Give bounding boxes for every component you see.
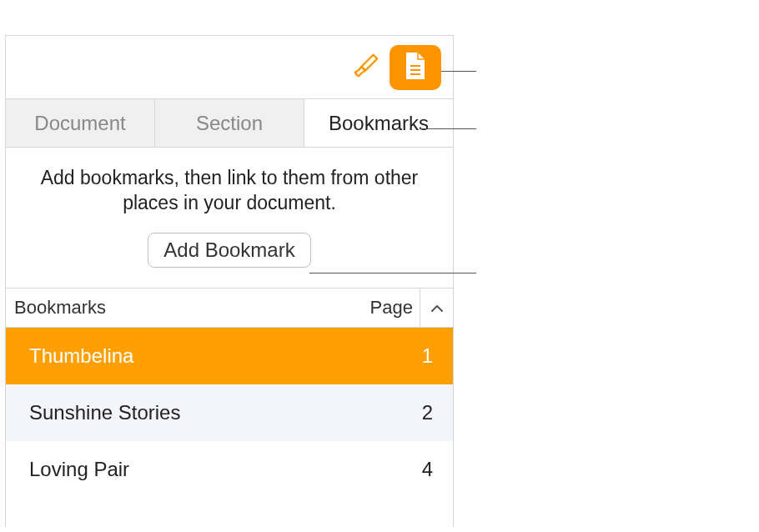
bookmark-page: 1	[408, 344, 433, 368]
format-button[interactable]	[351, 53, 381, 83]
bookmark-page: 4	[408, 458, 433, 481]
tab-bar: Document Section Bookmarks	[6, 99, 453, 148]
bookmark-page: 2	[408, 401, 433, 424]
document-button[interactable]	[390, 45, 441, 90]
toolbar	[6, 36, 453, 99]
tab-bookmarks[interactable]: Bookmarks	[304, 99, 453, 147]
inspector-panel: Document Section Bookmarks Add bookmarks…	[5, 35, 454, 527]
add-bookmark-row: Add Bookmark	[6, 216, 453, 288]
table-row[interactable]: Thumbelina 1	[6, 328, 453, 384]
add-bookmark-button[interactable]: Add Bookmark	[148, 233, 310, 268]
column-header-bookmarks[interactable]: Bookmarks	[6, 297, 370, 319]
bookmark-name: Loving Pair	[29, 458, 408, 481]
paintbrush-icon	[352, 52, 380, 83]
column-header-page[interactable]: Page	[370, 297, 420, 319]
chevron-up-icon	[430, 297, 444, 319]
table-row[interactable]: Sunshine Stories 2	[6, 384, 453, 441]
callout-line	[420, 128, 476, 129]
tab-section[interactable]: Section	[155, 99, 304, 147]
bookmarks-list-header: Bookmarks Page	[6, 288, 453, 328]
bookmark-name: Sunshine Stories	[29, 401, 408, 424]
bookmark-name: Thumbelina	[29, 344, 408, 368]
sort-toggle[interactable]	[420, 289, 453, 327]
table-row[interactable]: Loving Pair 4	[6, 441, 453, 498]
callout-line	[441, 71, 476, 72]
callout-line	[309, 273, 476, 274]
help-text: Add bookmarks, then link to them from ot…	[6, 148, 453, 216]
tab-document[interactable]: Document	[6, 99, 155, 147]
document-icon	[403, 51, 428, 84]
